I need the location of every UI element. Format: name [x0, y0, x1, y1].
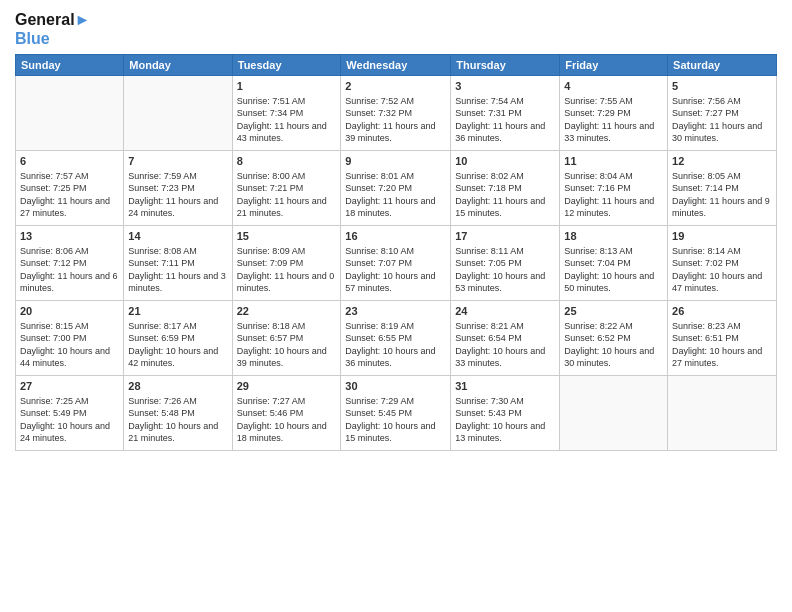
calendar-cell: 8Sunrise: 8:00 AMSunset: 7:21 PMDaylight… [232, 151, 341, 226]
day-info: Daylight: 10 hours and 30 minutes. [564, 345, 663, 369]
calendar-cell: 20Sunrise: 8:15 AMSunset: 7:00 PMDayligh… [16, 301, 124, 376]
day-info: Sunrise: 7:25 AM [20, 395, 119, 407]
day-info: Daylight: 10 hours and 39 minutes. [237, 345, 337, 369]
day-number: 20 [20, 304, 119, 319]
calendar-cell: 16Sunrise: 8:10 AMSunset: 7:07 PMDayligh… [341, 226, 451, 301]
logo-text: General► Blue [15, 10, 90, 48]
calendar-week-row: 13Sunrise: 8:06 AMSunset: 7:12 PMDayligh… [16, 226, 777, 301]
day-info: Daylight: 11 hours and 27 minutes. [20, 195, 119, 219]
calendar-cell: 27Sunrise: 7:25 AMSunset: 5:49 PMDayligh… [16, 376, 124, 451]
day-info: Sunrise: 8:02 AM [455, 170, 555, 182]
day-info: Daylight: 11 hours and 6 minutes. [20, 270, 119, 294]
day-info: Sunrise: 7:57 AM [20, 170, 119, 182]
day-number: 3 [455, 79, 555, 94]
day-info: Sunset: 7:21 PM [237, 182, 337, 194]
day-number: 6 [20, 154, 119, 169]
day-number: 14 [128, 229, 227, 244]
calendar-col-header: Saturday [668, 55, 777, 76]
day-info: Sunrise: 8:19 AM [345, 320, 446, 332]
day-info: Daylight: 10 hours and 13 minutes. [455, 420, 555, 444]
calendar-cell: 18Sunrise: 8:13 AMSunset: 7:04 PMDayligh… [560, 226, 668, 301]
day-info: Daylight: 11 hours and 43 minutes. [237, 120, 337, 144]
day-info: Sunset: 7:07 PM [345, 257, 446, 269]
day-number: 30 [345, 379, 446, 394]
day-number: 27 [20, 379, 119, 394]
calendar-cell: 24Sunrise: 8:21 AMSunset: 6:54 PMDayligh… [451, 301, 560, 376]
calendar-col-header: Friday [560, 55, 668, 76]
day-info: Sunset: 5:43 PM [455, 407, 555, 419]
day-info: Sunset: 7:16 PM [564, 182, 663, 194]
calendar-cell: 31Sunrise: 7:30 AMSunset: 5:43 PMDayligh… [451, 376, 560, 451]
day-info: Daylight: 10 hours and 24 minutes. [20, 420, 119, 444]
day-info: Sunrise: 8:23 AM [672, 320, 772, 332]
day-info: Daylight: 11 hours and 12 minutes. [564, 195, 663, 219]
day-info: Sunrise: 8:00 AM [237, 170, 337, 182]
calendar-cell: 19Sunrise: 8:14 AMSunset: 7:02 PMDayligh… [668, 226, 777, 301]
day-info: Sunset: 7:29 PM [564, 107, 663, 119]
calendar-cell: 26Sunrise: 8:23 AMSunset: 6:51 PMDayligh… [668, 301, 777, 376]
calendar-cell: 17Sunrise: 8:11 AMSunset: 7:05 PMDayligh… [451, 226, 560, 301]
day-info: Sunset: 7:00 PM [20, 332, 119, 344]
day-info: Daylight: 10 hours and 21 minutes. [128, 420, 227, 444]
day-info: Sunset: 6:59 PM [128, 332, 227, 344]
day-info: Sunrise: 8:08 AM [128, 245, 227, 257]
day-info: Daylight: 10 hours and 47 minutes. [672, 270, 772, 294]
calendar-cell: 2Sunrise: 7:52 AMSunset: 7:32 PMDaylight… [341, 76, 451, 151]
day-number: 18 [564, 229, 663, 244]
calendar-week-row: 27Sunrise: 7:25 AMSunset: 5:49 PMDayligh… [16, 376, 777, 451]
calendar-cell: 28Sunrise: 7:26 AMSunset: 5:48 PMDayligh… [124, 376, 232, 451]
day-info: Sunrise: 8:10 AM [345, 245, 446, 257]
calendar-cell: 9Sunrise: 8:01 AMSunset: 7:20 PMDaylight… [341, 151, 451, 226]
day-info: Sunset: 7:02 PM [672, 257, 772, 269]
day-number: 10 [455, 154, 555, 169]
day-number: 29 [237, 379, 337, 394]
calendar-cell [124, 76, 232, 151]
calendar-week-row: 6Sunrise: 7:57 AMSunset: 7:25 PMDaylight… [16, 151, 777, 226]
calendar-header-row: SundayMondayTuesdayWednesdayThursdayFrid… [16, 55, 777, 76]
header: General► Blue [15, 10, 777, 48]
calendar-cell: 21Sunrise: 8:17 AMSunset: 6:59 PMDayligh… [124, 301, 232, 376]
day-info: Sunrise: 7:51 AM [237, 95, 337, 107]
day-info: Sunset: 7:11 PM [128, 257, 227, 269]
day-info: Sunrise: 7:27 AM [237, 395, 337, 407]
calendar-cell: 11Sunrise: 8:04 AMSunset: 7:16 PMDayligh… [560, 151, 668, 226]
day-number: 16 [345, 229, 446, 244]
day-info: Sunset: 7:09 PM [237, 257, 337, 269]
calendar-cell: 22Sunrise: 8:18 AMSunset: 6:57 PMDayligh… [232, 301, 341, 376]
day-info: Sunrise: 8:13 AM [564, 245, 663, 257]
calendar-cell: 29Sunrise: 7:27 AMSunset: 5:46 PMDayligh… [232, 376, 341, 451]
day-number: 4 [564, 79, 663, 94]
day-info: Sunset: 7:04 PM [564, 257, 663, 269]
day-number: 7 [128, 154, 227, 169]
day-info: Sunset: 7:18 PM [455, 182, 555, 194]
day-number: 5 [672, 79, 772, 94]
day-number: 15 [237, 229, 337, 244]
day-info: Sunrise: 7:52 AM [345, 95, 446, 107]
day-info: Sunset: 6:57 PM [237, 332, 337, 344]
calendar-col-header: Sunday [16, 55, 124, 76]
day-info: Sunrise: 7:29 AM [345, 395, 446, 407]
day-info: Sunset: 7:25 PM [20, 182, 119, 194]
calendar-cell: 14Sunrise: 8:08 AMSunset: 7:11 PMDayligh… [124, 226, 232, 301]
calendar-cell: 13Sunrise: 8:06 AMSunset: 7:12 PMDayligh… [16, 226, 124, 301]
calendar-cell: 1Sunrise: 7:51 AMSunset: 7:34 PMDaylight… [232, 76, 341, 151]
day-info: Sunrise: 8:05 AM [672, 170, 772, 182]
day-info: Sunset: 7:23 PM [128, 182, 227, 194]
day-info: Sunrise: 8:15 AM [20, 320, 119, 332]
day-info: Sunset: 7:27 PM [672, 107, 772, 119]
day-info: Daylight: 11 hours and 21 minutes. [237, 195, 337, 219]
calendar-cell [16, 76, 124, 151]
day-number: 26 [672, 304, 772, 319]
day-number: 23 [345, 304, 446, 319]
day-info: Sunset: 6:51 PM [672, 332, 772, 344]
calendar-col-header: Tuesday [232, 55, 341, 76]
day-info: Sunrise: 7:54 AM [455, 95, 555, 107]
day-info: Daylight: 10 hours and 15 minutes. [345, 420, 446, 444]
day-info: Sunset: 5:45 PM [345, 407, 446, 419]
day-info: Daylight: 10 hours and 44 minutes. [20, 345, 119, 369]
day-number: 25 [564, 304, 663, 319]
day-info: Sunset: 7:20 PM [345, 182, 446, 194]
day-info: Daylight: 11 hours and 36 minutes. [455, 120, 555, 144]
day-info: Sunrise: 8:04 AM [564, 170, 663, 182]
calendar-table: SundayMondayTuesdayWednesdayThursdayFrid… [15, 54, 777, 451]
